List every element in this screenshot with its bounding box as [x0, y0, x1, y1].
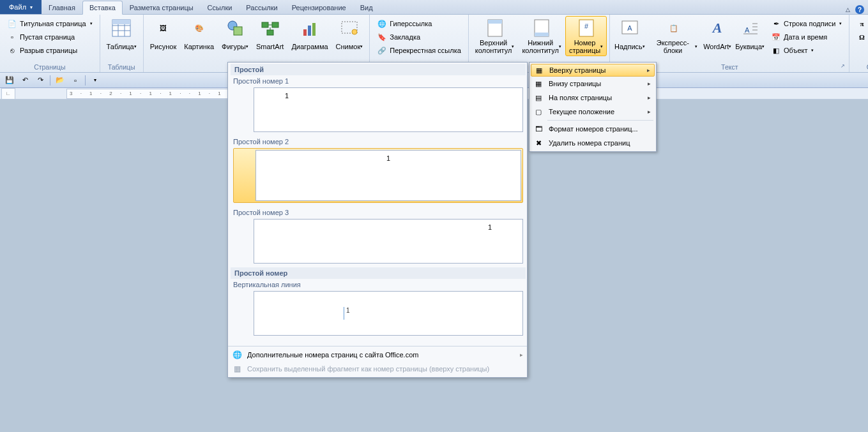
datetime-icon: 📅: [771, 32, 781, 42]
svg-text:A: A: [745, 26, 750, 34]
wordart-button[interactable]: AWordArt: [701, 16, 733, 56]
footer-icon: [531, 18, 552, 38]
gallery-item-simple-3[interactable]: 1: [254, 219, 523, 264]
chart-button[interactable]: Диаграмма: [287, 16, 331, 56]
tab-home[interactable]: Главная: [42, 0, 82, 14]
minimize-ribbon-icon[interactable]: △: [846, 6, 850, 13]
tab-mailings[interactable]: Рассылки: [239, 0, 284, 14]
svg-rect-11: [303, 29, 307, 36]
cover-page-button[interactable]: 📄Титульная страница: [4, 17, 96, 30]
svg-text:A: A: [627, 24, 632, 32]
tab-references[interactable]: Ссылки: [201, 0, 240, 14]
footer-button[interactable]: Нижний колонтитул: [518, 16, 565, 56]
open-button[interactable]: 📂: [53, 74, 67, 87]
menu-top-of-page[interactable]: ▦Вверху страницы: [531, 64, 655, 77]
gallery-item-vline[interactable]: 1: [254, 291, 523, 336]
menu-bottom-of-page[interactable]: ▦Внизу страницы: [531, 77, 655, 91]
picture-button[interactable]: 🖼Рисунок: [146, 16, 181, 56]
hyperlink-button[interactable]: 🌐Гиперссылка: [374, 17, 464, 30]
crossref-button[interactable]: 🔗Перекрестная ссылка: [374, 44, 464, 57]
bookmark-icon: 🔖: [377, 32, 387, 42]
svg-text:#: #: [584, 22, 588, 30]
quickparts-button[interactable]: 📋Экспресс-блоки: [647, 16, 701, 56]
tab-file[interactable]: Файл: [0, 0, 42, 14]
menu-remove-pagenums[interactable]: ✖Удалить номера страниц: [531, 136, 655, 150]
gallery-category: Простой номер: [231, 267, 526, 279]
smartart-button[interactable]: SmartArt: [252, 16, 287, 56]
page-number-button[interactable]: #Номер страницы: [565, 16, 607, 56]
save-button[interactable]: 💾: [3, 74, 17, 87]
datetime-button[interactable]: 📅Дата и время: [768, 31, 845, 43]
chevron-down-icon: ▾: [94, 77, 96, 83]
smartart-icon: [260, 18, 280, 38]
header-button[interactable]: Верхний колонтитул: [471, 16, 519, 56]
undo-button[interactable]: ↶: [18, 74, 32, 87]
redo-button[interactable]: ↷: [33, 74, 47, 87]
group-tables-label: Таблицы: [103, 63, 141, 72]
bookmark-button[interactable]: 🔖Закладка: [374, 31, 464, 43]
cover-page-icon: 📄: [7, 19, 17, 29]
tab-view[interactable]: Вид: [353, 0, 380, 14]
screenshot-button[interactable]: Снимок: [332, 16, 367, 56]
clipart-button[interactable]: 🎨Картинка: [180, 16, 218, 56]
menu-remove-label: Удалить номера страниц: [549, 139, 651, 147]
preview-num: 1: [344, 307, 352, 320]
tab-review[interactable]: Рецензирование: [285, 0, 353, 14]
chart-icon: [300, 18, 320, 38]
new-button[interactable]: ▫: [68, 74, 82, 87]
remove-icon: ✖: [532, 137, 545, 149]
menu-page-margins[interactable]: ▤На полях страницы: [531, 91, 655, 105]
qat-customize-button[interactable]: ▾: [88, 74, 102, 87]
svg-rect-12: [308, 26, 311, 36]
textbox-icon: A: [620, 18, 640, 38]
quickparts-icon: 📋: [664, 18, 684, 38]
preview-num: 1: [386, 154, 390, 162]
svg-rect-7: [234, 27, 242, 35]
current-pos-icon: ▢: [532, 106, 545, 117]
redo-icon: ↷: [38, 76, 43, 84]
dropcap-icon: A: [740, 18, 760, 38]
crossref-label: Перекрестная ссылка: [390, 47, 461, 54]
ruler-tab-selector[interactable]: ∟: [1, 88, 15, 100]
help-icon[interactable]: ?: [855, 5, 864, 14]
gallery-item-simple-2[interactable]: 1: [233, 148, 523, 203]
object-button[interactable]: ◧Объект: [768, 44, 845, 57]
svg-rect-8: [262, 22, 268, 27]
chart-label: Диаграмма: [291, 39, 328, 54]
blank-page-button[interactable]: ▫Пустая страница: [4, 31, 96, 43]
object-label: Объект: [784, 47, 807, 54]
gallery-more-online[interactable]: 🌐Дополнительные номера страниц с сайта O…: [228, 348, 527, 362]
svg-rect-13: [312, 23, 316, 36]
shapes-icon: [225, 18, 245, 38]
shapes-button[interactable]: Фигуры: [218, 16, 252, 56]
table-label: Таблица: [107, 39, 137, 54]
group-symbols-label: Символы: [852, 63, 868, 72]
page-number-label: Номер страницы: [569, 39, 603, 54]
textbox-button[interactable]: AНадпись: [613, 16, 646, 56]
gallery-scroll[interactable]: Простой Простой номер 1 1 Простой номер …: [228, 63, 527, 346]
textbox-label: Надпись: [614, 39, 645, 54]
tab-pagelayout[interactable]: Разметка страницы: [123, 0, 201, 14]
gallery-item-simple-1[interactable]: 1: [254, 87, 523, 132]
cover-page-label: Титульная страница: [20, 20, 86, 27]
sigline-button[interactable]: ✒Строка подписи: [768, 17, 845, 30]
tab-insert[interactable]: Вставка: [82, 1, 123, 15]
gallery-category: Простой: [231, 64, 526, 75]
menu-current-position[interactable]: ▢Текущее положение: [531, 105, 655, 119]
dropcap-button[interactable]: AБуквица: [733, 16, 766, 56]
gallery-more-label: Дополнительные номера страниц с сайта Of…: [247, 351, 418, 359]
page-break-button[interactable]: ⎋Разрыв страницы: [4, 44, 96, 57]
screenshot-label: Снимок: [336, 39, 363, 54]
symbol-button[interactable]: ΩСимвол: [853, 31, 868, 43]
office-icon: 🌐: [231, 350, 243, 359]
preview-num: 1: [488, 223, 492, 231]
page-break-icon: ⎋: [7, 45, 17, 56]
blank-page-label: Пустая страница: [20, 33, 75, 41]
table-button[interactable]: Таблица: [103, 16, 141, 56]
preview-num: 1: [285, 92, 289, 100]
table-icon: [111, 18, 132, 38]
menu-format-pagenums[interactable]: 🗔Формат номеров страниц...: [531, 122, 655, 136]
gallery-item-label: Вертикальная линия: [231, 279, 526, 290]
equation-button[interactable]: πФормула: [853, 17, 868, 30]
menu-bottom-label: Внизу страницы: [549, 80, 644, 87]
